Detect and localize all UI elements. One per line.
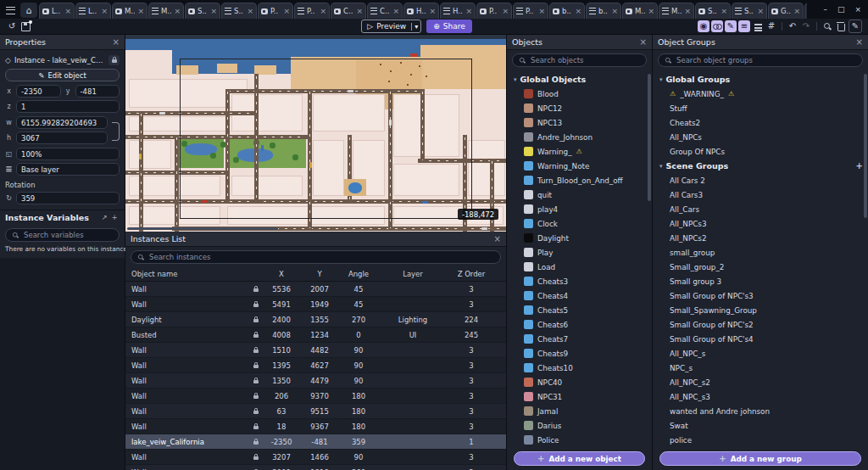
instance-row[interactable]: Wall13504479903 [125, 373, 506, 389]
add-scene-group-icon[interactable]: + [856, 161, 863, 171]
tab[interactable]: P..× [476, 3, 512, 19]
object-item[interactable]: Load [507, 260, 652, 274]
tab[interactable]: H..× [403, 3, 439, 19]
object-item[interactable]: Jamal [507, 404, 652, 418]
z-field[interactable]: 1 [16, 100, 120, 113]
tab[interactable]: P..× [258, 3, 293, 19]
objects-search-input[interactable]: Search objects [512, 53, 647, 67]
group-item[interactable]: Small group 3 [653, 274, 868, 288]
tab-close-button[interactable]: × [757, 7, 764, 15]
tab[interactable]: M..× [659, 3, 694, 19]
window-close-button[interactable]: × [854, 6, 861, 14]
group-item[interactable]: police [653, 433, 868, 447]
lock-aspect-ratio-icon[interactable] [112, 122, 120, 141]
group-item[interactable]: Group Of NPCs [653, 144, 868, 159]
instance-row[interactable]: Wall15104482903 [125, 343, 506, 358]
instances-search-input[interactable]: Search instances [131, 250, 501, 264]
instance-row[interactable]: Wall32071466903 [125, 450, 506, 465]
groups-search-input[interactable]: Search object groups [658, 53, 863, 67]
tab[interactable]: S..× [695, 3, 731, 19]
object-item[interactable]: Cheats5 [507, 303, 652, 317]
tab[interactable]: S..× [185, 3, 220, 19]
add-object-button[interactable]: + Add a new object [514, 451, 645, 466]
tab-close-button[interactable]: × [429, 7, 436, 15]
scene-groups-section[interactable]: ▾ Scene Groups + [653, 159, 868, 173]
object-groups-close-button[interactable]: × [856, 37, 863, 47]
group-item[interactable]: Small Group of NPC's2 [653, 317, 868, 332]
instance-row[interactable]: lake_veiw_California-2350-4813591 [125, 434, 506, 450]
object-item[interactable]: Cheats4 [507, 288, 652, 303]
angle-field[interactable]: 359 [16, 192, 120, 204]
history-button[interactable]: ↺ [6, 20, 18, 32]
tab-close-button[interactable]: × [210, 7, 217, 15]
object-item[interactable]: Cheats7 [507, 332, 652, 346]
tab-close-button[interactable]: × [392, 7, 399, 15]
window-maximize-button[interactable]: □ [837, 6, 845, 14]
tab[interactable]: P..× [513, 3, 548, 19]
tab-close-button[interactable]: × [174, 7, 181, 15]
group-item[interactable]: All_Cars [653, 202, 868, 216]
global-groups-section[interactable]: ▾ Global Groups [653, 72, 868, 87]
group-item[interactable]: small_group [653, 245, 868, 260]
object-item[interactable]: Cheats3 [507, 274, 652, 288]
column-header-x[interactable]: X [263, 270, 300, 278]
layer-field[interactable]: Base layer [16, 163, 120, 176]
group-item[interactable]: All_NPC_s3 [653, 389, 868, 404]
group-item[interactable]: All_NPCs3 [653, 216, 868, 231]
object-item[interactable]: Play [507, 245, 652, 260]
tab-close-button[interactable]: × [465, 7, 472, 15]
tab-close-button[interactable]: × [648, 7, 654, 15]
tab-close-button[interactable]: × [247, 7, 253, 15]
instance-row[interactable]: Daylight24001355270Lighting224 [125, 312, 506, 327]
edit-properties-icon[interactable]: ✎ [725, 20, 737, 32]
object-item[interactable]: Andre_Johnson [507, 130, 652, 144]
tab[interactable]: L..× [39, 3, 75, 19]
add-group-button[interactable]: + Add a new group [659, 451, 861, 466]
group-item[interactable]: wanted and Andre johnson [653, 404, 868, 418]
group-item[interactable]: Cheats2 [653, 115, 868, 130]
tab[interactable]: L..× [75, 3, 111, 19]
object-item[interactable]: Clock [507, 216, 652, 231]
add-variable-icon[interactable]: + [109, 213, 120, 222]
tab[interactable]: H..× [440, 3, 476, 19]
share-button[interactable]: ⊕Share [426, 20, 472, 33]
group-item[interactable]: All_NPCs [653, 130, 868, 144]
object-groups-icon[interactable] [711, 20, 723, 32]
object-item[interactable]: NPC13 [507, 115, 652, 130]
save-button[interactable] [19, 20, 31, 32]
scene-canvas[interactable]: -188,472 [125, 35, 506, 232]
object-item[interactable]: Police [507, 433, 652, 447]
height-field[interactable]: 3067 [16, 131, 108, 144]
instance-row[interactable]: Wall300918183603 [125, 465, 506, 470]
preview-dropdown-button[interactable]: ▾ [411, 23, 420, 31]
object-item[interactable]: Cheats6 [507, 317, 652, 332]
tab[interactable]: S..× [221, 3, 257, 19]
tab-close-button[interactable]: × [684, 7, 691, 15]
tab-close-button[interactable]: × [575, 7, 581, 15]
open-variables-editor-icon[interactable]: ↗ [99, 213, 109, 222]
instance-row[interactable]: Busted400812340UI245 [125, 327, 506, 343]
group-item[interactable]: Small_group_2 [653, 260, 868, 274]
layers-icon[interactable] [752, 20, 764, 32]
variables-search-input[interactable]: Search variables [5, 228, 120, 242]
width-field[interactable]: 6155.992829204693 [16, 116, 108, 129]
groups-scrollbar[interactable] [864, 74, 867, 218]
group-item[interactable]: All_NPCs2 [653, 231, 868, 245]
instance-row[interactable]: Wall1893671803 [125, 419, 506, 434]
instance-row[interactable]: Wall20693701803 [125, 389, 506, 404]
tab[interactable]: C..× [367, 3, 403, 19]
tab[interactable]: G..× [768, 3, 804, 19]
preview-button[interactable]: ▷Preview ▾ [361, 20, 421, 33]
object-item[interactable]: Warning_Note [507, 159, 652, 173]
tab-close-button[interactable]: × [538, 7, 545, 15]
object-item[interactable]: Turn_Blood_on_And_off [507, 173, 652, 187]
objects-scrollbar[interactable] [648, 74, 651, 201]
tab[interactable]: P..× [294, 3, 330, 19]
group-item[interactable]: All_NPC_s2 [653, 375, 868, 389]
redo-icon[interactable]: ↷ [800, 20, 812, 32]
undo-icon[interactable]: ↶ [787, 20, 798, 32]
group-item[interactable]: Small_Spawning_Group [653, 303, 868, 317]
x-field[interactable]: -2350 [16, 85, 61, 98]
tab-close-button[interactable]: × [283, 7, 290, 15]
instance-row[interactable]: Wall55362007453 [125, 282, 506, 297]
